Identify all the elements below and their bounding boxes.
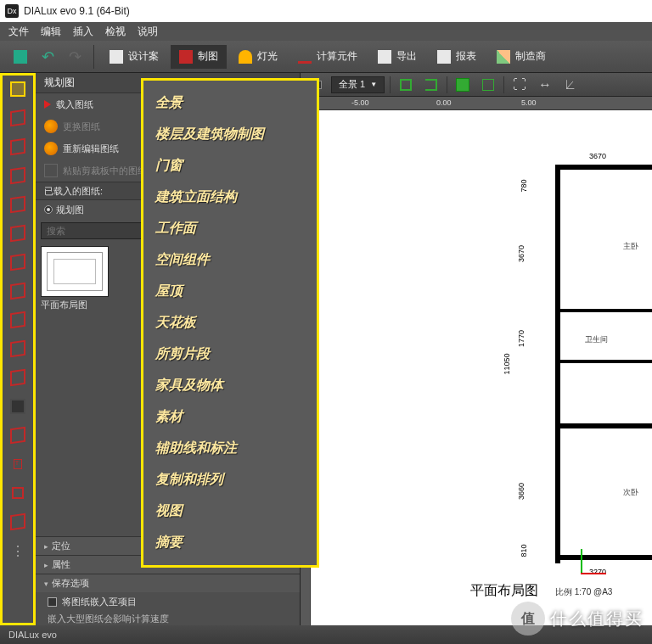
vtool-13[interactable]	[5, 423, 31, 448]
mi-views[interactable]: 视图	[143, 496, 317, 527]
dim-6: 810	[520, 544, 528, 557]
menu-insert[interactable]: 插入	[73, 25, 93, 39]
main-tabbar: ↶ ↷ 设计案 制图 灯光 计算元件 导出 报表 制造商	[0, 41, 652, 73]
mi-roof[interactable]: 屋顶	[143, 276, 317, 307]
window-title: DIALux evo 9.1 (64-Bit)	[24, 5, 130, 17]
tab-calc[interactable]: 计算元件	[289, 45, 366, 69]
watermark: 值 什么值得买	[511, 602, 644, 636]
view-dropdown[interactable]: 全景 1 ▼	[331, 76, 385, 93]
vt-angle-icon[interactable]: ⟀	[560, 75, 581, 95]
thumb-floorplan[interactable]: 平面布局图	[41, 246, 109, 311]
mi-material[interactable]: 素材	[143, 401, 317, 433]
undo-button[interactable]: ↶	[36, 45, 59, 69]
vtool-6[interactable]	[5, 221, 31, 246]
tab-design[interactable]: 设计案	[101, 45, 167, 69]
vtool-3[interactable]	[5, 134, 31, 160]
menubar: 文件 编辑 插入 检视 说明	[0, 22, 652, 41]
vtool-5[interactable]	[5, 192, 31, 217]
vtool-17[interactable]: ⋮	[5, 538, 31, 563]
mi-facade[interactable]: 建筑立面结构	[143, 182, 317, 213]
dim-top: 3670	[589, 152, 606, 160]
tab-drawing[interactable]: 制图	[171, 45, 227, 69]
vtool-10[interactable]	[5, 336, 31, 361]
drawing-scale: 比例 1:70 @A3	[555, 586, 612, 598]
drawing-title: 平面布局图	[470, 582, 538, 600]
dim-1: 780	[520, 179, 528, 192]
vtool-7[interactable]	[5, 249, 31, 275]
ruler-top: -5.00 0.00 5.00	[311, 97, 652, 110]
mi-space[interactable]: 空间组件	[143, 244, 317, 276]
dim-2: 3670	[517, 245, 526, 262]
save-button[interactable]	[8, 45, 32, 69]
mi-copy[interactable]: 复制和排列	[143, 464, 317, 496]
mi-workplane[interactable]: 工作面	[143, 213, 317, 244]
vt-focus-icon[interactable]: ⛶	[509, 75, 530, 95]
dim-7: 3270	[589, 568, 606, 576]
vtool-11[interactable]	[5, 365, 31, 390]
app-logo: Dx	[5, 4, 19, 18]
mi-doors[interactable]: 门窗	[143, 150, 317, 182]
floorplan: 3670 780 3670 11050 1770 3660 810 3270 主…	[538, 165, 652, 591]
vtool-4[interactable]	[5, 163, 31, 188]
vtool-15[interactable]	[5, 480, 31, 506]
mi-ceiling[interactable]: 天花板	[143, 307, 317, 339]
embed-note: 嵌入大型图纸会影响计算速度	[36, 613, 300, 625]
side-panel: 规划图 载入图纸 更换图纸 重新编辑图纸 粘贴剪裁板中的图纸 已载入的图纸: 规…	[36, 73, 301, 625]
vtool-14[interactable]	[5, 451, 31, 477]
dim-3: 11050	[503, 353, 511, 374]
menu-help[interactable]: 说明	[138, 25, 158, 39]
axis-x-icon	[581, 573, 606, 574]
tab-report[interactable]: 报表	[429, 45, 485, 69]
redo-button[interactable]: ↷	[63, 45, 87, 69]
vt-3d[interactable]	[452, 75, 473, 95]
dim-5: 3660	[517, 483, 526, 500]
vt-top[interactable]	[396, 75, 416, 95]
vtool-12[interactable]	[5, 394, 31, 419]
vertical-toolstrip: ⋮	[0, 73, 36, 625]
mi-guides[interactable]: 辅助线和标注	[143, 433, 317, 464]
mi-floors[interactable]: 楼层及建筑物制图	[143, 119, 317, 150]
vtool-9[interactable]	[5, 307, 31, 333]
canvas[interactable]: -5.00 0.00 5.00 15.00 10.00 3670 780 367…	[301, 97, 652, 625]
viewport: 全景 1 ▼ ⛶ ↔ ⟀ -5.00 0.00 5.00 15.00 10.00	[301, 73, 652, 625]
menu-edit[interactable]: 编辑	[41, 25, 61, 39]
annotation-overlay-menu: 全景 楼层及建筑物制图 门窗 建筑立面结构 工作面 空间组件 屋顶 天花板 所剪…	[141, 78, 319, 568]
tab-export[interactable]: 导出	[369, 45, 425, 69]
vt-side[interactable]	[421, 75, 441, 95]
view-toolbar: 全景 1 ▼ ⛶ ↔ ⟀	[301, 73, 652, 97]
vtool-16[interactable]	[5, 509, 31, 535]
mi-summary[interactable]: 摘要	[143, 527, 317, 558]
axis-y-icon	[581, 549, 582, 574]
tab-light[interactable]: 灯光	[230, 45, 286, 69]
mi-panorama[interactable]: 全景	[143, 87, 317, 119]
accord-save[interactable]: 保存选项	[36, 574, 300, 592]
checkbox-embed[interactable]: 将图纸嵌入至项目	[36, 592, 300, 611]
vtool-2[interactable]	[5, 105, 31, 131]
mi-cutout[interactable]: 所剪片段	[143, 339, 317, 370]
mi-furniture[interactable]: 家具及物体	[143, 370, 317, 401]
dim-4: 1770	[517, 330, 526, 347]
tab-manufacturer[interactable]: 制造商	[488, 45, 554, 69]
vt-wire[interactable]	[478, 75, 498, 95]
vt-measure-icon[interactable]: ↔	[535, 75, 555, 95]
vtool-1[interactable]	[5, 76, 31, 102]
vtool-8[interactable]	[5, 278, 31, 304]
menu-file[interactable]: 文件	[8, 25, 29, 39]
titlebar: Dx DIALux evo 9.1 (64-Bit)	[0, 0, 652, 22]
menu-view[interactable]: 检视	[105, 25, 126, 39]
